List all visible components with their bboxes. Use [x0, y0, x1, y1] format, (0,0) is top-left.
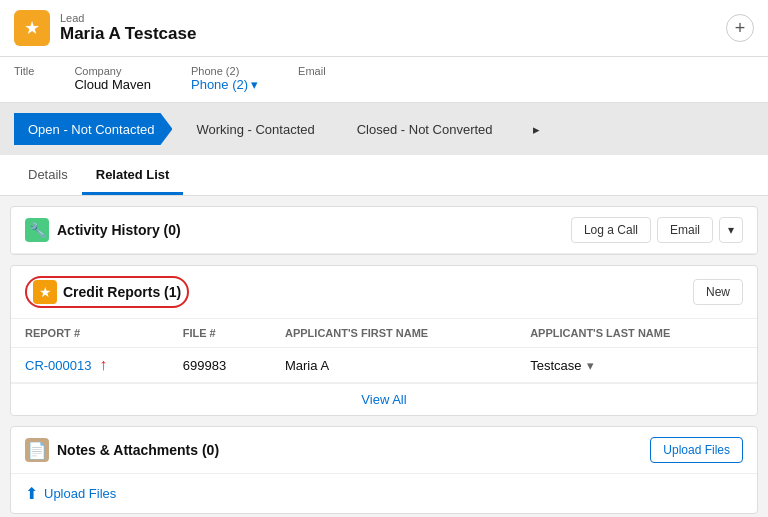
view-all-link[interactable]: View All — [11, 383, 757, 415]
notes-title-group: 📄 Notes & Attachments (0) — [25, 438, 219, 462]
add-button[interactable]: + — [726, 14, 754, 42]
status-step-open[interactable]: Open - Not Contacted — [14, 113, 172, 145]
company-label: Company — [74, 65, 151, 77]
phone-dropdown-icon[interactable]: ▾ — [251, 77, 258, 92]
credit-reports-section: ★ Credit Reports (1) New Report # File #… — [10, 265, 758, 416]
last-name-dropdown: Testcase ▾ — [530, 358, 743, 373]
email-button[interactable]: Email — [657, 217, 713, 243]
upload-files-text[interactable]: Upload Files — [44, 486, 116, 501]
col-first-name: Applicant's First Name — [271, 319, 516, 348]
record-type-label: Lead — [60, 12, 196, 24]
field-title: Title — [14, 65, 34, 92]
tab-related-list[interactable]: Related List — [82, 155, 184, 195]
email-label: Email — [298, 65, 326, 77]
table-header-row: Report # File # Applicant's First Name A… — [11, 319, 757, 348]
notes-attachments-section: 📄 Notes & Attachments (0) Upload Files ⬆… — [10, 426, 758, 514]
field-row: Title Company Cloud Maven Phone (2) Phon… — [0, 57, 768, 103]
report-num-cell: CR-000013 ↑ — [11, 348, 169, 383]
credit-title: Credit Reports (1) — [63, 284, 181, 300]
status-step-working[interactable]: Working - Contacted — [174, 113, 332, 145]
status-bar: Open - Not Contacted Working - Contacted… — [0, 103, 768, 155]
header-meta: Lead Maria A Testcase — [60, 12, 196, 44]
credit-actions: New — [693, 279, 743, 305]
table-row: CR-000013 ↑ 699983 Maria A Testcase ▾ — [11, 348, 757, 383]
header-left: ★ Lead Maria A Testcase — [14, 10, 196, 46]
credit-title-group: ★ Credit Reports (1) — [25, 276, 189, 308]
activity-dropdown-button[interactable]: ▾ — [719, 217, 743, 243]
last-name-cell: Testcase ▾ — [516, 348, 757, 383]
company-value: Cloud Maven — [74, 77, 151, 92]
credit-icon: ★ — [33, 280, 57, 304]
file-num-cell: 699983 — [169, 348, 271, 383]
col-report-num: Report # — [11, 319, 169, 348]
last-name-value: Testcase — [530, 358, 581, 373]
upload-files-row: ⬆ Upload Files — [11, 474, 757, 513]
log-call-button[interactable]: Log a Call — [571, 217, 651, 243]
main-content: 🔧 Activity History (0) Log a Call Email … — [0, 196, 768, 517]
credit-highlight-circle: ★ Credit Reports (1) — [25, 276, 189, 308]
credit-reports-header: ★ Credit Reports (1) New — [11, 266, 757, 319]
phone-label: Phone (2) — [191, 65, 258, 77]
col-file-num: File # — [169, 319, 271, 348]
upload-files-icon: ⬆ — [25, 484, 38, 503]
record-name: Maria A Testcase — [60, 24, 196, 44]
page-header: ★ Lead Maria A Testcase + — [0, 0, 768, 57]
upload-files-button[interactable]: Upload Files — [650, 437, 743, 463]
new-credit-report-button[interactable]: New — [693, 279, 743, 305]
activity-history-header: 🔧 Activity History (0) Log a Call Email … — [11, 207, 757, 254]
notes-actions: Upload Files — [650, 437, 743, 463]
activity-title-group: 🔧 Activity History (0) — [25, 218, 181, 242]
activity-icon: 🔧 — [25, 218, 49, 242]
tab-details[interactable]: Details — [14, 155, 82, 195]
credit-reports-table: Report # File # Applicant's First Name A… — [11, 319, 757, 383]
first-name-cell: Maria A — [271, 348, 516, 383]
notes-header: 📄 Notes & Attachments (0) Upload Files — [11, 427, 757, 474]
row-dropdown-icon[interactable]: ▾ — [587, 358, 594, 373]
lead-icon: ★ — [14, 10, 50, 46]
title-label: Title — [14, 65, 34, 77]
field-email: Email — [298, 65, 326, 92]
field-phone[interactable]: Phone (2) Phone (2) ▾ — [191, 65, 258, 92]
notes-title: Notes & Attachments (0) — [57, 442, 219, 458]
activity-title: Activity History (0) — [57, 222, 181, 238]
col-last-name: Applicant's Last Name — [516, 319, 757, 348]
activity-history-section: 🔧 Activity History (0) Log a Call Email … — [10, 206, 758, 255]
activity-actions: Log a Call Email ▾ — [571, 217, 743, 243]
notes-icon: 📄 — [25, 438, 49, 462]
status-step-extra[interactable]: ▸ — [513, 113, 560, 145]
status-step-closed[interactable]: Closed - Not Converted — [335, 113, 511, 145]
tabs: Details Related List — [0, 155, 768, 196]
field-company: Company Cloud Maven — [74, 65, 151, 92]
report-link[interactable]: CR-000013 — [25, 358, 92, 373]
red-arrow-icon: ↑ — [99, 356, 107, 373]
phone-value[interactable]: Phone (2) ▾ — [191, 77, 258, 92]
